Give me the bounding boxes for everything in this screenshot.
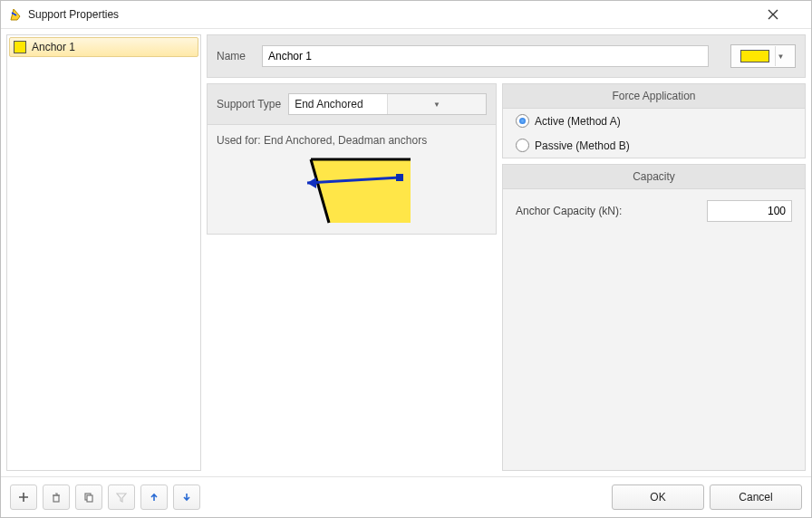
add-button[interactable] xyxy=(10,484,37,510)
right-column: Force Application Active (Method A) Pass… xyxy=(502,83,806,471)
chevron-down-icon: ▼ xyxy=(775,46,787,66)
support-list-item[interactable]: Anchor 1 xyxy=(9,37,198,57)
support-type-value: End Anchored xyxy=(289,98,387,110)
svg-rect-8 xyxy=(87,495,92,502)
capacity-input[interactable] xyxy=(707,200,792,222)
close-button[interactable] xyxy=(768,9,804,20)
capacity-panel: Capacity Anchor Capacity (kN): xyxy=(502,164,806,471)
capacity-filler xyxy=(503,233,805,470)
dialog-body: Anchor 1 Name ▼ xyxy=(1,29,811,476)
svg-marker-5 xyxy=(307,177,316,188)
radio-icon xyxy=(516,114,529,128)
support-type-panel: Support Type End Anchored ▼ Used for: En… xyxy=(207,83,497,235)
button-label: Cancel xyxy=(739,491,772,504)
move-up-button[interactable] xyxy=(140,484,168,510)
chevron-down-icon: ▼ xyxy=(387,94,486,114)
support-type-select[interactable]: End Anchored ▼ xyxy=(288,93,487,115)
duplicate-button[interactable] xyxy=(75,484,102,510)
cancel-button[interactable]: Cancel xyxy=(710,484,802,510)
preview-area: Used for: End Anchored, Deadman anchors xyxy=(208,125,496,234)
support-type-label: Support Type xyxy=(217,98,281,110)
button-label: OK xyxy=(650,491,665,504)
left-column: Support Type End Anchored ▼ Used for: En… xyxy=(207,83,497,471)
trash-icon xyxy=(51,492,62,503)
force-application-header: Force Application xyxy=(503,84,805,109)
main-panel: Name ▼ Support Type End xyxy=(207,34,806,471)
filter-icon xyxy=(116,492,127,503)
delete-button[interactable] xyxy=(43,484,70,510)
name-input[interactable] xyxy=(262,45,709,67)
support-properties-dialog: Support Properties Anchor 1 Name xyxy=(0,0,812,518)
force-option-label: Passive (Method B) xyxy=(535,139,630,152)
app-icon xyxy=(8,7,23,22)
radio-icon xyxy=(516,139,529,152)
support-list-panel: Anchor 1 xyxy=(6,34,201,471)
force-option-label: Active (Method A) xyxy=(535,115,621,128)
copy-icon xyxy=(83,492,94,503)
force-application-panel: Force Application Active (Method A) Pass… xyxy=(502,83,806,158)
svg-rect-4 xyxy=(396,174,403,181)
force-option-passive[interactable]: Passive (Method B) xyxy=(503,133,805,158)
force-option-active[interactable]: Active (Method A) xyxy=(503,109,805,133)
capacity-label: Anchor Capacity (kN): xyxy=(516,205,707,217)
color-swatch-icon xyxy=(740,50,769,62)
titlebar: Support Properties xyxy=(1,1,811,29)
name-panel: Name ▼ xyxy=(207,34,806,78)
preview-caption: Used for: End Anchored, Deadman anchors xyxy=(217,134,487,147)
plus-icon xyxy=(18,492,29,503)
support-list: Anchor 1 xyxy=(7,35,200,470)
arrow-down-icon xyxy=(181,492,192,503)
bottom-toolbar: OK Cancel xyxy=(1,476,811,517)
svg-rect-6 xyxy=(53,495,59,502)
name-label: Name xyxy=(217,50,253,62)
color-swatch-icon xyxy=(14,41,26,53)
support-list-item-label: Anchor 1 xyxy=(32,41,75,53)
columns: Support Type End Anchored ▼ Used for: En… xyxy=(207,83,806,471)
capacity-header: Capacity xyxy=(503,165,805,189)
ok-button[interactable]: OK xyxy=(612,484,704,510)
color-picker-button[interactable]: ▼ xyxy=(730,44,796,68)
move-down-button[interactable] xyxy=(173,484,200,510)
arrow-up-icon xyxy=(149,492,160,503)
svg-marker-9 xyxy=(117,494,126,502)
window-title: Support Properties xyxy=(28,8,768,21)
preview-diagram xyxy=(275,152,429,225)
filter-button[interactable] xyxy=(108,484,135,510)
